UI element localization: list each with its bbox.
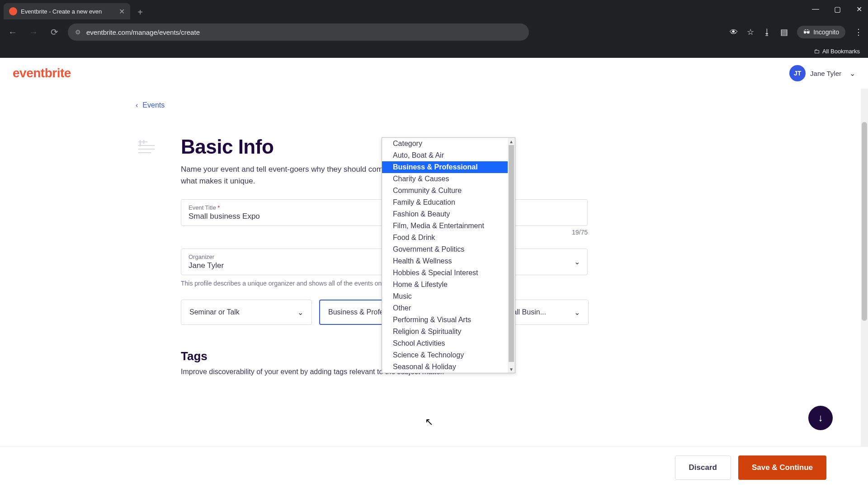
close-window-button[interactable]: ✕ (854, 4, 864, 14)
chevron-down-icon: ⌄ (297, 308, 303, 317)
avatar: JT (789, 65, 806, 81)
category-option[interactable]: Other (382, 302, 508, 314)
dropdown-scrollbar-thumb[interactable] (509, 145, 514, 362)
category-option[interactable]: Food & Drink (382, 232, 508, 244)
maximize-button[interactable]: ▢ (832, 4, 843, 14)
back-to-events-link[interactable]: ‹ Events (136, 101, 165, 109)
window-controls: — ▢ ✕ (810, 4, 864, 14)
category-option[interactable]: Health & Wellness (382, 255, 508, 267)
browser-tab[interactable]: Eventbrite - Create a new even ✕ (4, 3, 130, 19)
all-bookmarks-link[interactable]: All Bookmarks (822, 48, 860, 55)
category-option[interactable]: Seasonal & Holiday (382, 361, 508, 373)
mouse-cursor: ↖ (425, 416, 433, 428)
category-option[interactable]: Fashion & Beauty (382, 208, 508, 220)
organizer-label: Organizer (189, 253, 224, 260)
toolbar-right: 👁 ☆ ⭳ ▤ 🕶 Incognito ⋮ (730, 26, 863, 38)
scroll-down-fab[interactable]: ↓ (808, 406, 833, 430)
address-bar[interactable]: ⚙ eventbrite.com/manage/events/create (68, 23, 529, 41)
category-option-list: CategoryAuto, Boat & AirBusiness & Profe… (382, 138, 515, 373)
text-section-icon (136, 137, 157, 159)
folder-icon: 🗀 (814, 48, 820, 55)
incognito-icon: 🕶 (803, 28, 810, 36)
category-option[interactable]: Film, Media & Entertainment (382, 220, 508, 232)
category-option[interactable]: Government & Politics (382, 244, 508, 255)
scroll-up-icon[interactable]: ▲ (508, 138, 515, 145)
category-option[interactable]: Performing & Visual Arts (382, 314, 508, 326)
chevron-left-icon: ‹ (136, 101, 138, 109)
chrome-menu-icon[interactable]: ⋮ (854, 27, 863, 37)
category-dropdown-menu: ▲ ▼ CategoryAuto, Boat & AirBusiness & P… (382, 137, 515, 373)
tab-favicon (9, 7, 17, 15)
reload-button[interactable]: ⟳ (47, 25, 61, 39)
category-option[interactable]: Business & Professional (382, 161, 508, 173)
discard-button[interactable]: Discard (675, 455, 731, 480)
category-option[interactable]: Science & Technology (382, 349, 508, 361)
url-text: eventbrite.com/manage/events/create (86, 28, 200, 36)
organizer-value: Jane Tyler (189, 261, 224, 270)
category-option[interactable]: Community & Culture (382, 185, 508, 197)
page-scrollbar-thumb[interactable] (862, 122, 867, 321)
incognito-label: Incognito (813, 28, 839, 36)
eventbrite-logo[interactable]: eventbrite (13, 66, 71, 80)
bookmarks-bar: 🗀 All Bookmarks (0, 45, 868, 58)
scroll-down-icon[interactable]: ▼ (508, 366, 515, 373)
category-option[interactable]: School Activities (382, 338, 508, 349)
back-link-label: Events (142, 101, 165, 109)
dropdown-scrollbar[interactable]: ▲ ▼ (508, 138, 515, 373)
app-header: eventbrite JT Jane Tyler ⌄ (0, 58, 868, 89)
category-option[interactable]: Religion & Spirituality (382, 326, 508, 338)
user-name: Jane Tyler (810, 70, 841, 77)
incognito-badge[interactable]: 🕶 Incognito (797, 26, 845, 38)
footer-actions: Discard Save & Continue (0, 446, 868, 488)
chevron-down-icon: ⌄ (574, 258, 580, 266)
minimize-button[interactable]: — (810, 4, 821, 14)
chevron-down-icon: ⌄ (849, 69, 855, 78)
arrow-down-icon: ↓ (818, 412, 823, 424)
save-continue-button[interactable]: Save & Continue (738, 455, 826, 480)
category-option[interactable]: Music (382, 291, 508, 302)
event-type-value: Seminar or Talk (189, 308, 240, 316)
user-menu[interactable]: JT Jane Tyler ⌄ (789, 65, 855, 81)
side-panel-icon[interactable]: ▤ (780, 27, 788, 37)
page-scrollbar[interactable] (861, 89, 868, 488)
tab-title: Eventbrite - Create a new even (21, 8, 115, 15)
chevron-down-icon: ⌄ (574, 308, 580, 317)
event-type-select[interactable]: Seminar or Talk ⌄ (181, 300, 312, 325)
category-option[interactable]: Auto, Boat & Air (382, 150, 508, 161)
site-settings-icon[interactable]: ⚙ (75, 28, 81, 36)
category-option[interactable]: Family & Education (382, 197, 508, 208)
category-option[interactable]: Hobbies & Special Interest (382, 267, 508, 279)
bookmark-star-icon[interactable]: ☆ (747, 27, 754, 37)
category-option[interactable]: Charity & Causes (382, 173, 508, 185)
page-content: eventbrite JT Jane Tyler ⌄ ‹ Events Basi… (0, 58, 868, 488)
back-button[interactable]: ← (5, 25, 20, 39)
category-option[interactable]: Home & Lifestyle (382, 279, 508, 291)
address-bar-row: ← → ⟳ ⚙ eventbrite.com/manage/events/cre… (0, 19, 868, 45)
forward-button[interactable]: → (26, 25, 41, 39)
tab-bar: Eventbrite - Create a new even ✕ + (0, 0, 868, 19)
category-option[interactable]: Category (382, 138, 508, 150)
new-tab-button[interactable]: + (133, 5, 147, 19)
tab-close-icon[interactable]: ✕ (119, 7, 125, 16)
downloads-icon[interactable]: ⭳ (763, 28, 771, 37)
browser-chrome: — ▢ ✕ Eventbrite - Create a new even ✕ +… (0, 0, 868, 58)
tracking-icon[interactable]: 👁 (730, 28, 738, 37)
